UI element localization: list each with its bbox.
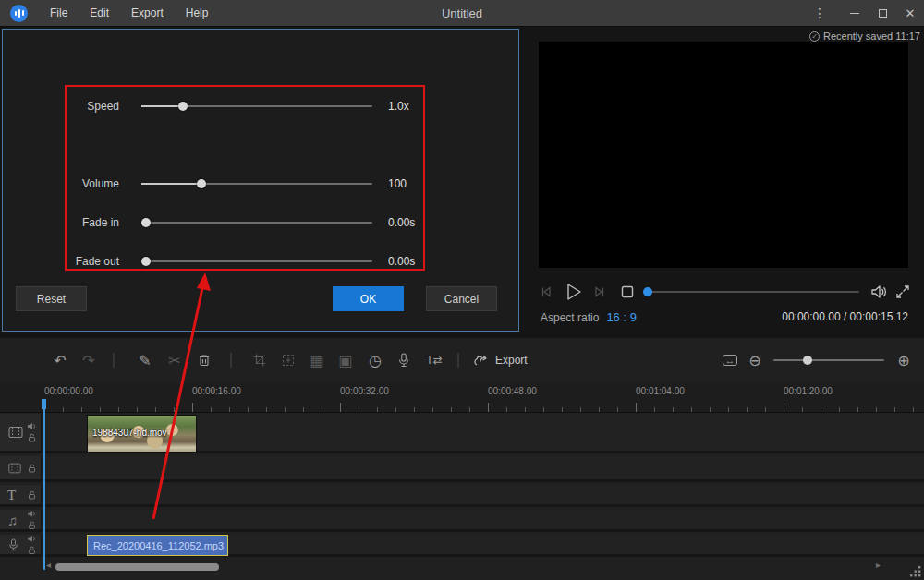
- previous-frame-icon[interactable]: [539, 284, 553, 299]
- text-to-speech-icon[interactable]: T⇄: [426, 354, 442, 367]
- fade-out-slider[interactable]: [141, 260, 372, 262]
- timeline-ruler[interactable]: 00:00:00.00 00:00:16.00 00:00:32.00 00:0…: [0, 383, 924, 413]
- crop-icon[interactable]: [253, 354, 267, 368]
- fade-in-value: 0.00s: [388, 216, 415, 229]
- timecode: 00:00:00.00 / 00:00:15.12: [782, 310, 908, 323]
- transform-icon[interactable]: [282, 354, 296, 368]
- track-mute-icon[interactable]: [27, 510, 36, 518]
- video-track-lane[interactable]: 19884307-hd.mov: [43, 414, 924, 453]
- next-frame-icon[interactable]: [592, 284, 607, 299]
- fade-out-slider-row: Fade out 0.00s: [3, 254, 518, 269]
- fade-out-slider-handle[interactable]: [141, 257, 151, 266]
- track-lock-icon[interactable]: [28, 546, 36, 554]
- track-lock-icon[interactable]: [28, 490, 36, 500]
- seek-bar[interactable]: [644, 291, 859, 293]
- speed-slider-row: Speed 1.0x: [3, 99, 518, 114]
- ruler-label: 00:00:16.00: [192, 386, 241, 396]
- zoom-in-icon[interactable]: ⊕: [897, 352, 909, 369]
- text-track-icon: T: [7, 487, 16, 502]
- track-lock-icon[interactable]: [28, 433, 36, 442]
- video-track-icon: [7, 425, 24, 441]
- save-status-text: Recently saved 11:17: [823, 30, 920, 42]
- fade-in-label: Fade in: [30, 216, 119, 229]
- voiceover-track-lane[interactable]: Rec_20200416_112052.mp3: [43, 535, 924, 557]
- timeline-zoom-handle[interactable]: [803, 356, 812, 365]
- app-window: File Edit Export Help Untitled ⋮ ✕ Speed…: [0, 0, 924, 580]
- aspect-ratio-row: Aspect ratio 16 : 9: [541, 310, 637, 324]
- split-icon[interactable]: ✂: [168, 352, 180, 369]
- export-label: Export: [495, 354, 528, 367]
- freeze-frame-icon[interactable]: ▣: [338, 352, 352, 369]
- volume-slider-row: Volume 100: [3, 176, 518, 191]
- overlay-track-header[interactable]: [0, 456, 42, 482]
- export-icon: [473, 353, 489, 368]
- music-track-icon: ♫: [7, 512, 18, 527]
- audio-clip[interactable]: Rec_20200416_112052.mp3: [87, 535, 228, 556]
- speed-slider-handle[interactable]: [178, 102, 188, 111]
- volume-label: Volume: [30, 177, 119, 190]
- window-title: Untitled: [0, 6, 924, 20]
- clip-settings-dialog: Speed 1.0x Volume 100 Fade in 0.00s: [2, 29, 519, 332]
- zoom-out-icon[interactable]: ⊖: [748, 352, 760, 369]
- track-mute-icon[interactable]: [27, 422, 36, 430]
- ruler-label: 00:00:00.00: [44, 386, 93, 396]
- toolbar-divider: [231, 353, 232, 368]
- saved-check-icon: ✓: [809, 31, 820, 42]
- play-icon[interactable]: [563, 282, 583, 302]
- ok-button[interactable]: OK: [333, 286, 404, 311]
- timeline-panel: ↶ ↷ ✎ ✂ ▦ ▣ ◷ T⇄ Expo: [0, 338, 924, 580]
- fade-in-slider-row: Fade in 0.00s: [3, 215, 518, 230]
- speed-slider[interactable]: [141, 105, 372, 107]
- playhead[interactable]: [43, 400, 45, 570]
- video-clip[interactable]: 19884307-hd.mov: [87, 415, 197, 453]
- resize-grip[interactable]: [909, 565, 922, 578]
- speed-label: Speed: [30, 100, 119, 113]
- music-track-header[interactable]: ♫: [0, 510, 42, 532]
- fade-in-slider-handle[interactable]: [141, 218, 151, 227]
- horizontal-scrollbar[interactable]: [55, 563, 219, 571]
- overlay-track-icon: [7, 461, 22, 475]
- toolbar-divider: [114, 353, 115, 368]
- timeline-zoom-slider[interactable]: [773, 359, 884, 361]
- aspect-ratio-value[interactable]: 16 : 9: [606, 310, 637, 324]
- mosaic-icon[interactable]: ▦: [310, 352, 323, 369]
- undo-icon[interactable]: ↶: [54, 352, 66, 369]
- edit-icon[interactable]: ✎: [139, 352, 151, 369]
- stop-icon[interactable]: [621, 285, 634, 298]
- record-voiceover-icon[interactable]: [397, 353, 411, 368]
- redo-icon[interactable]: ↷: [82, 352, 94, 369]
- export-button[interactable]: Export: [473, 353, 528, 368]
- track-lock-icon[interactable]: [28, 464, 36, 473]
- fade-out-value: 0.00s: [388, 255, 415, 268]
- fade-out-label: Fade out: [30, 255, 119, 268]
- volume-slider[interactable]: [141, 183, 372, 185]
- voiceover-track-header[interactable]: [0, 535, 42, 557]
- volume-value: 100: [388, 177, 407, 190]
- track-mute-icon[interactable]: [27, 535, 36, 543]
- fullscreen-icon[interactable]: [894, 284, 911, 300]
- preview-volume-icon[interactable]: [869, 283, 888, 301]
- scroll-left-icon[interactable]: ◂: [46, 560, 51, 570]
- video-track-header[interactable]: [0, 414, 42, 453]
- cancel-button[interactable]: Cancel: [426, 286, 497, 311]
- seek-handle[interactable]: [643, 287, 652, 296]
- text-track-header[interactable]: T: [0, 485, 42, 507]
- voiceover-track-icon: [7, 538, 19, 551]
- speed-value: 1.0x: [388, 100, 409, 113]
- music-track-lane[interactable]: [43, 510, 924, 532]
- volume-slider-handle[interactable]: [197, 179, 206, 188]
- reset-button[interactable]: Reset: [16, 286, 87, 311]
- fit-timeline-icon[interactable]: ↔: [723, 355, 737, 366]
- ruler-label: 00:01:04.00: [636, 386, 685, 396]
- video-clip-label: 19884307-hd.mov: [92, 428, 167, 438]
- delete-icon[interactable]: [197, 353, 212, 368]
- track-lock-icon[interactable]: [28, 521, 36, 529]
- fade-in-slider[interactable]: [141, 222, 372, 224]
- text-track-lane[interactable]: [43, 485, 924, 507]
- ruler-label: 00:01:20.00: [784, 386, 833, 396]
- aspect-ratio-label: Aspect ratio: [541, 311, 599, 324]
- transport-controls: [539, 280, 643, 304]
- duration-icon[interactable]: ◷: [369, 352, 382, 369]
- scroll-right-icon[interactable]: ▸: [876, 560, 881, 570]
- overlay-track-lane[interactable]: [43, 456, 924, 482]
